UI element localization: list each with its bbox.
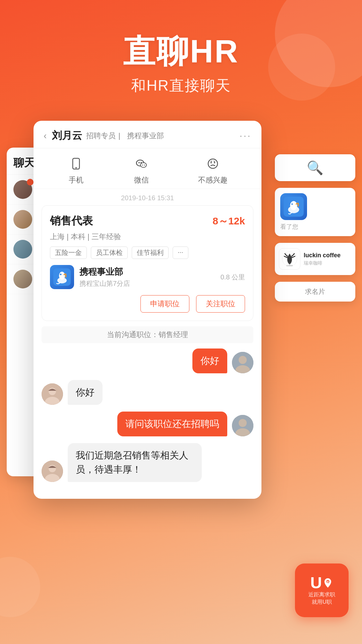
coffee-card[interactable]: coffee luckin coffee 瑞幸咖啡 — [275, 243, 355, 275]
job-title-row: 销售代表 8～12k — [50, 214, 245, 228]
brand-pin-icon: 职 — [322, 578, 333, 588]
follow-button[interactable]: 关注职位 — [196, 295, 245, 313]
svg-point-8 — [75, 167, 77, 168]
search-card: 🔍 — [275, 154, 355, 181]
main-chat-card: ‹ 刘月云 招聘专员 | 携程事业部 ··· 手机 微信 不感兴趣 2019-1… — [34, 121, 261, 499]
unread-badge — [27, 179, 34, 185]
coffee-logo: coffee — [279, 248, 300, 270]
chat-area: 你好 你好 请问该职位还在招聘 — [34, 348, 261, 482]
svg-point-13 — [142, 165, 143, 166]
message-bubble: 我们近期急召销售等相关人员，待遇丰厚！ — [68, 443, 202, 482]
svg-text:coffee: coffee — [287, 264, 293, 267]
dolphin-logo-icon — [284, 197, 304, 217]
job-card: 销售代表 8～12k 上海 | 本科 | 三年经验 五险一金 员工体检 佳节福利… — [42, 205, 253, 321]
job-tags: 五险一金 员工体检 佳节福利 ··· — [50, 247, 245, 259]
hr-avatar — [42, 461, 63, 482]
company-card[interactable]: 看了您 — [275, 188, 355, 236]
svg-point-20 — [59, 272, 65, 280]
dolphin-icon — [53, 268, 71, 286]
company-logo — [280, 193, 307, 220]
back-button[interactable]: ‹ — [44, 130, 47, 141]
chat-list-title: 聊天 — [13, 156, 35, 170]
avatar — [13, 270, 32, 288]
svg-point-3 — [291, 203, 293, 205]
svg-point-21 — [60, 274, 62, 275]
svg-point-2 — [290, 201, 297, 210]
male-avatar-icon — [232, 415, 253, 436]
apply-button[interactable]: 申请职位 — [140, 295, 189, 313]
not-interested-action[interactable]: 不感兴趣 — [198, 155, 228, 185]
job-meta: 上海 | 本科 | 三年经验 — [50, 232, 245, 242]
svg-point-29 — [239, 419, 247, 427]
phone-label: 手机 — [69, 175, 83, 185]
brand-tagline: 近距离求职 就用U职 — [308, 591, 335, 606]
message-bubble: 你好 — [68, 380, 103, 405]
phone-icon — [67, 155, 85, 172]
contact-department: 携程事业部 — [127, 131, 164, 141]
svg-point-23 — [239, 356, 247, 364]
card-request[interactable]: 求名片 — [275, 282, 355, 302]
viewed-label: 看了您 — [280, 223, 350, 231]
female-avatar-icon — [42, 461, 63, 482]
job-tag: 佳节福利 — [132, 247, 169, 259]
avatar — [13, 210, 32, 229]
wechat-label: 微信 — [134, 175, 149, 185]
svg-point-16 — [210, 162, 212, 163]
job-tag: 员工体检 — [91, 247, 128, 259]
brand-badge[interactable]: U 职 近距离求职 就用U职 — [295, 564, 349, 617]
not-interested-label: 不感兴趣 — [198, 175, 228, 185]
phone-action[interactable]: 手机 — [67, 155, 85, 185]
message-row: 我们近期急召销售等相关人员，待遇丰厚！ — [42, 443, 253, 482]
wechat-action[interactable]: 微信 — [133, 155, 150, 185]
contact-name: 刘月云 — [52, 129, 82, 143]
coffee-info: luckin coffee 瑞幸咖啡 — [304, 252, 351, 266]
contact-role: 招聘专员 — [86, 131, 116, 141]
message-row: 请问该职位还在招聘吗 — [42, 412, 253, 436]
female-avatar-icon — [42, 383, 63, 405]
action-row: 手机 微信 不感兴趣 — [34, 148, 261, 189]
svg-point-17 — [214, 162, 215, 163]
avatar — [13, 180, 32, 199]
header-area: 直聊HR 和HR直接聊天 — [0, 0, 362, 116]
luckin-coffee-icon: coffee — [281, 250, 298, 268]
not-interested-icon — [204, 155, 222, 172]
svg-point-10 — [140, 163, 146, 167]
company-branch: 携程宝山第7分店 — [79, 279, 215, 288]
sub-title: 和HR直接聊天 — [0, 76, 362, 96]
svg-point-11 — [138, 162, 140, 163]
company-row: 携程事业部 携程宝山第7分店 0.8 公里 — [50, 265, 245, 289]
main-title: 直聊HR — [0, 34, 362, 69]
message-row: 你好 — [42, 348, 253, 373]
male-avatar-icon — [232, 352, 253, 373]
company-distance: 0.8 公里 — [221, 273, 245, 282]
company-name: 携程事业部 — [79, 266, 215, 278]
avatar — [13, 240, 32, 259]
message-bubble: 请问该职位还在招聘吗 — [117, 412, 227, 436]
svg-point-12 — [140, 162, 142, 163]
svg-point-14 — [144, 165, 145, 166]
card-request-label: 求名片 — [305, 288, 325, 295]
more-options-button[interactable]: ··· — [239, 129, 251, 142]
coffee-sub-name: 瑞幸咖啡 — [304, 260, 351, 266]
brand-logo: U 职 近距离求职 就用U职 — [308, 575, 335, 606]
job-tag: 五险一金 — [50, 247, 87, 259]
job-salary: 8～12k — [213, 214, 245, 228]
coffee-brand-name: luckin coffee — [304, 252, 351, 259]
company-info: 携程事业部 携程宝山第7分店 — [79, 266, 215, 288]
search-icon[interactable]: 🔍 — [307, 160, 323, 176]
company-logo — [50, 265, 74, 289]
card-header: ‹ 刘月云 招聘专员 | 携程事业部 ··· — [34, 121, 261, 148]
job-title: 销售代表 — [50, 214, 93, 228]
message-row: 你好 — [42, 380, 253, 405]
job-actions: 申请职位 关注职位 — [50, 295, 245, 313]
message-bubble: 你好 — [192, 348, 227, 373]
job-tag-more: ··· — [173, 247, 188, 259]
current-position-banner: 当前沟通职位：销售经理 — [42, 326, 253, 343]
svg-point-15 — [208, 159, 218, 168]
chat-timestamp: 2019-10-16 15:31 — [34, 189, 261, 205]
hr-avatar — [42, 383, 63, 405]
user-avatar — [232, 415, 253, 436]
bg-circle-3 — [0, 557, 40, 617]
separator: | — [118, 131, 120, 140]
svg-text:职: 职 — [326, 581, 329, 584]
